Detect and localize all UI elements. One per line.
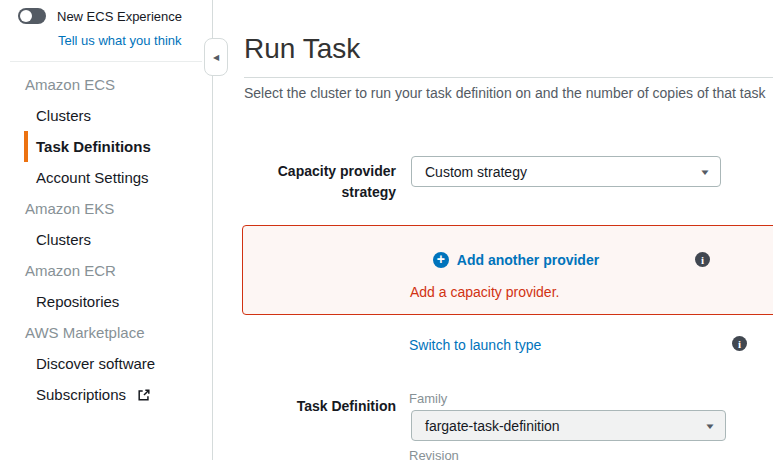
sidebar-item-account-settings[interactable]: Account Settings: [0, 162, 212, 193]
validation-message: Add a capacity provider.: [410, 284, 559, 300]
section-header-aws-marketplace: AWS Marketplace: [0, 317, 212, 348]
sidebar: New ECS Experience Tell us what you thin…: [0, 0, 213, 460]
external-link-icon: [137, 388, 151, 402]
chevron-left-icon: ◀: [213, 53, 219, 62]
caret-down-icon: ▼: [699, 167, 711, 176]
sidebar-item-discover-software[interactable]: Discover software: [0, 348, 212, 379]
add-another-provider-button[interactable]: + Add another provider: [243, 252, 773, 268]
sidebar-item-eks-clusters[interactable]: Clusters: [0, 224, 212, 255]
sidebar-nav: Amazon ECS Clusters Task Definitions Acc…: [0, 62, 212, 410]
feedback-link[interactable]: Tell us what you think: [58, 33, 182, 48]
caret-down-icon: ▼: [704, 421, 716, 430]
main-content: Run Task Select the cluster to run your …: [213, 0, 773, 460]
section-header-amazon-ecr: Amazon ECR: [0, 255, 212, 286]
new-experience-row: New ECS Experience: [18, 8, 212, 24]
sidebar-item-label: Subscriptions: [36, 386, 126, 403]
section-header-amazon-ecs: Amazon ECS: [0, 69, 212, 100]
sidebar-item-ecs-clusters[interactable]: Clusters: [0, 100, 212, 131]
capacity-provider-strategy-value: Custom strategy: [425, 164, 527, 180]
info-icon[interactable]: i: [695, 252, 710, 267]
capacity-provider-strategy-select[interactable]: Custom strategy ▼: [411, 156, 721, 187]
toggle-knob-icon: [20, 10, 32, 22]
new-experience-label: New ECS Experience: [57, 9, 182, 24]
info-icon[interactable]: i: [732, 336, 747, 351]
task-definition-label: Task Definition: [244, 396, 396, 417]
family-label: Family: [409, 391, 447, 406]
family-value: fargate-task-definition: [425, 418, 560, 434]
capacity-provider-strategy-label: Capacity provider strategy: [244, 161, 396, 203]
page-title: Run Task: [244, 32, 360, 66]
page-description: Select the cluster to run your task defi…: [244, 85, 765, 101]
switch-to-launch-type-link[interactable]: Switch to launch type: [409, 337, 541, 353]
info-glyph: i: [701, 254, 704, 266]
family-select[interactable]: fargate-task-definition ▼: [411, 410, 726, 441]
plus-circle-icon: +: [433, 252, 449, 268]
sidebar-item-subscriptions[interactable]: Subscriptions: [0, 379, 212, 410]
info-glyph: i: [738, 338, 741, 350]
sidebar-collapse-tab[interactable]: ◀: [204, 38, 228, 76]
add-another-provider-label: Add another provider: [457, 252, 599, 268]
section-header-amazon-eks: Amazon EKS: [0, 193, 212, 224]
revision-label: Revision: [409, 448, 459, 460]
new-ecs-experience-toggle[interactable]: [18, 8, 46, 24]
capacity-provider-error-box: + Add another provider Add a capacity pr…: [242, 225, 773, 315]
sidebar-item-repositories[interactable]: Repositories: [0, 286, 212, 317]
title-divider: [244, 77, 773, 78]
sidebar-item-task-definitions[interactable]: Task Definitions: [24, 131, 212, 162]
